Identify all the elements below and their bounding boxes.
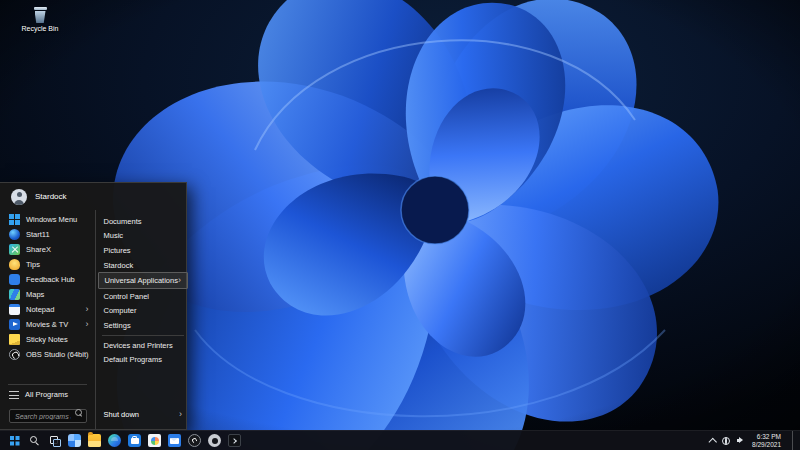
start-menu-item-sticky-notes[interactable]: Sticky Notes: [0, 332, 95, 347]
search-icon: [75, 409, 82, 416]
menu-item-label: Sticky Notes: [26, 335, 68, 344]
clock[interactable]: 6:32 PM 8/29/2021: [752, 433, 781, 449]
all-programs-button[interactable]: All Programs: [0, 388, 95, 402]
menu-item-label: Maps: [26, 290, 44, 299]
start-menu-left-column: Windows Menu Start11 ShareX Tips Feedbac…: [0, 210, 95, 429]
start-search: [9, 405, 87, 424]
start-menu-item-documents[interactable]: Documents: [96, 214, 190, 229]
shutdown-label: Shut down: [104, 410, 139, 419]
menu-item-label: Tips: [26, 260, 40, 269]
menu-item-label: Documents: [104, 217, 142, 226]
taskbar-icons: [4, 434, 241, 447]
menu-item-label: Devices and Printers: [104, 341, 173, 350]
menu-separator: [8, 384, 87, 385]
task-view-icon[interactable]: [48, 434, 61, 447]
start-menu-item-obs-studio[interactable]: OBS Studio (64bit): [0, 347, 95, 362]
edge-browser-icon[interactable]: [108, 434, 121, 447]
menu-item-label: Windows Menu: [26, 215, 77, 224]
recycle-bin[interactable]: Recycle Bin: [16, 7, 64, 32]
sharex-icon: [9, 244, 20, 255]
start-menu-item-movies-tv[interactable]: Movies & TV ›: [0, 317, 95, 332]
obs-studio-taskbar-icon[interactable]: [188, 434, 201, 447]
all-programs-icon: [9, 391, 19, 399]
widgets-icon[interactable]: [68, 434, 81, 447]
maps-icon: [9, 289, 20, 300]
obs-studio-icon: [9, 349, 20, 360]
menu-item-label: Control Panel: [104, 292, 149, 301]
start-menu-item-maps[interactable]: Maps: [0, 287, 95, 302]
desktop: Recycle Bin Stardock Windows Menu Start1…: [0, 0, 800, 450]
windows-menu-icon: [9, 214, 20, 225]
menu-item-label: Start11: [26, 230, 50, 239]
tray-time: 6:32 PM: [757, 433, 781, 441]
taskbar-search-icon[interactable]: [28, 434, 41, 447]
photos-icon[interactable]: [148, 434, 161, 447]
start-menu-item-stardock[interactable]: Stardock: [96, 258, 190, 273]
start-menu-item-settings[interactable]: Settings: [96, 318, 190, 333]
start-menu: Stardock Windows Menu Start11 ShareX: [0, 182, 187, 430]
microsoft-store-icon[interactable]: [128, 434, 141, 447]
recycle-bin-icon: [34, 7, 47, 23]
sticky-notes-icon: [9, 334, 20, 345]
network-icon[interactable]: [722, 437, 730, 445]
menu-item-label: Stardock: [104, 261, 134, 270]
mail-icon[interactable]: [168, 434, 181, 447]
taskbar: 6:32 PM 8/29/2021: [0, 430, 800, 450]
submenu-arrow-icon: ›: [178, 276, 181, 285]
menu-item-label: ShareX: [26, 245, 51, 254]
submenu-arrow-icon: ›: [179, 410, 182, 419]
start-menu-item-tips[interactable]: Tips: [0, 257, 95, 272]
movies-tv-icon: [9, 319, 20, 330]
menu-item-label: OBS Studio (64bit): [26, 350, 89, 359]
start-menu-item-pictures[interactable]: Pictures: [96, 243, 190, 258]
start-menu-item-default-programs[interactable]: Default Programs: [96, 352, 190, 367]
all-programs-label: All Programs: [25, 390, 68, 399]
submenu-arrow-icon: ›: [86, 320, 89, 329]
submenu-arrow-icon: ›: [86, 305, 89, 314]
start-menu-item-control-panel[interactable]: Control Panel: [96, 289, 190, 304]
menu-separator: [102, 335, 184, 336]
user-name: Stardock: [35, 192, 67, 201]
menu-item-label: Pictures: [104, 246, 131, 255]
start-menu-item-sharex[interactable]: ShareX: [0, 242, 95, 257]
start-menu-body: Windows Menu Start11 ShareX Tips Feedbac…: [0, 210, 186, 429]
menu-item-label: Computer: [104, 306, 137, 315]
menu-item-label: Feedback Hub: [26, 275, 75, 284]
start-menu-item-feedback-hub[interactable]: Feedback Hub: [0, 272, 95, 287]
menu-item-label: Default Programs: [104, 355, 162, 364]
start-menu-item-universal-applications[interactable]: Universal Applications ›: [98, 272, 188, 289]
start-menu-item-music[interactable]: Music: [96, 229, 190, 244]
show-desktop-button[interactable]: [792, 431, 796, 450]
start-menu-item-notepad[interactable]: Notepad ›: [0, 302, 95, 317]
start-menu-item-start11[interactable]: Start11: [0, 227, 95, 242]
start11-icon: [9, 229, 20, 240]
user-header[interactable]: Stardock: [0, 183, 186, 210]
start-menu-item-computer[interactable]: Computer: [96, 304, 190, 319]
recycle-bin-label: Recycle Bin: [22, 25, 59, 32]
file-explorer-icon[interactable]: [88, 434, 101, 447]
start-menu-item-windows-menu[interactable]: Windows Menu: [0, 212, 95, 227]
menu-item-label: Notepad: [26, 305, 54, 314]
user-avatar-icon: [11, 189, 27, 205]
settings-icon[interactable]: [208, 434, 221, 447]
menu-item-label: Settings: [104, 321, 131, 330]
system-tray: 6:32 PM 8/29/2021: [710, 431, 796, 450]
menu-item-label: Music: [104, 231, 124, 240]
volume-icon[interactable]: [737, 436, 745, 445]
start-button[interactable]: [8, 434, 21, 447]
menu-item-label: Movies & TV: [26, 320, 68, 329]
tray-overflow-chevron-icon[interactable]: [708, 438, 716, 446]
terminal-icon[interactable]: [228, 434, 241, 447]
tips-icon: [9, 259, 20, 270]
notepad-icon: [9, 304, 20, 315]
feedback-hub-icon: [9, 274, 20, 285]
shutdown-button[interactable]: Shut down ›: [96, 407, 190, 422]
menu-item-label: Universal Applications: [105, 276, 178, 285]
tray-date: 8/29/2021: [752, 441, 781, 449]
start-menu-right-column: Documents Music Pictures Stardock Univer…: [95, 210, 190, 429]
start-menu-item-devices-and-printers[interactable]: Devices and Printers: [96, 338, 190, 353]
